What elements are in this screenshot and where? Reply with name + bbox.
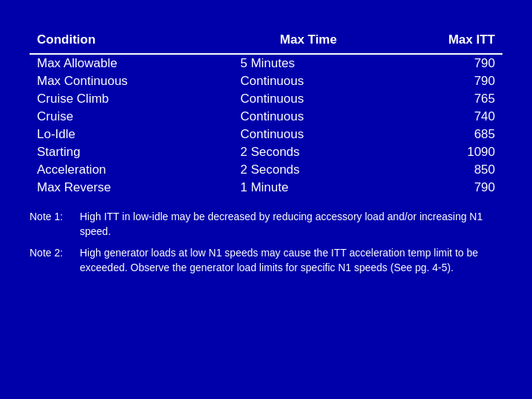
- cell-condition: Max Continuous: [30, 72, 233, 90]
- table-header: Condition Max Time Max ITT: [30, 30, 502, 54]
- table-row: Cruise ClimbContinuous765: [30, 90, 502, 108]
- cell-condition: Cruise Climb: [30, 90, 233, 108]
- table-row: Max ContinuousContinuous790: [30, 72, 502, 90]
- table-wrapper: Condition Max Time Max ITT Max Allowable…: [30, 30, 502, 197]
- note-1-label: Note 1:: [30, 210, 74, 239]
- itt-table: Condition Max Time Max ITT Max Allowable…: [30, 30, 502, 197]
- cell-max-itt: 790: [383, 54, 502, 72]
- cell-condition: Max Reverse: [30, 179, 233, 197]
- header-condition: Condition: [30, 30, 233, 54]
- cell-max-itt: 740: [383, 108, 502, 126]
- cell-max-time: Continuous: [233, 108, 383, 126]
- table-row: Max Allowable5 Minutes790: [30, 54, 502, 72]
- cell-max-itt: 790: [383, 72, 502, 90]
- header-max-time: Max Time: [233, 30, 383, 54]
- cell-max-itt: 765: [383, 90, 502, 108]
- cell-max-time: 2 Seconds: [233, 143, 383, 161]
- cell-max-time: Continuous: [233, 90, 383, 108]
- cell-max-itt: 685: [383, 126, 502, 143]
- note-1: Note 1:High ITT in low-idle may be decre…: [30, 210, 502, 239]
- table-row: CruiseContinuous740: [30, 108, 502, 126]
- cell-condition: Max Allowable: [30, 54, 233, 72]
- cell-condition: Cruise: [30, 108, 233, 126]
- cell-max-itt: 1090: [383, 143, 502, 161]
- cell-max-time: 1 Minute: [233, 179, 383, 197]
- cell-max-time: Continuous: [233, 126, 383, 143]
- table-row: Lo-IdleContinuous685: [30, 126, 502, 143]
- note-2: Note 2:High generator loads at low N1 sp…: [30, 246, 502, 275]
- cell-condition: Starting: [30, 143, 233, 161]
- note-2-text: High generator loads at low N1 speeds ma…: [80, 246, 502, 275]
- table-row: Starting2 Seconds1090: [30, 143, 502, 161]
- note-2-label: Note 2:: [30, 246, 74, 275]
- cell-condition: Lo-Idle: [30, 126, 233, 143]
- table-row: Acceleration2 Seconds850: [30, 161, 502, 179]
- note-1-text: High ITT in low-idle may be decreased by…: [80, 210, 502, 239]
- cell-max-itt: 850: [383, 161, 502, 179]
- cell-max-time: 5 Minutes: [233, 54, 383, 72]
- notes-section: Note 1:High ITT in low-idle may be decre…: [30, 210, 502, 275]
- table-row: Max Reverse1 Minute790: [30, 179, 502, 197]
- page: Condition Max Time Max ITT Max Allowable…: [0, 0, 532, 399]
- header-max-itt: Max ITT: [383, 30, 502, 54]
- cell-max-time: 2 Seconds: [233, 161, 383, 179]
- cell-max-time: Continuous: [233, 72, 383, 90]
- cell-condition: Acceleration: [30, 161, 233, 179]
- table-body: Max Allowable5 Minutes790Max ContinuousC…: [30, 54, 502, 197]
- cell-max-itt: 790: [383, 179, 502, 197]
